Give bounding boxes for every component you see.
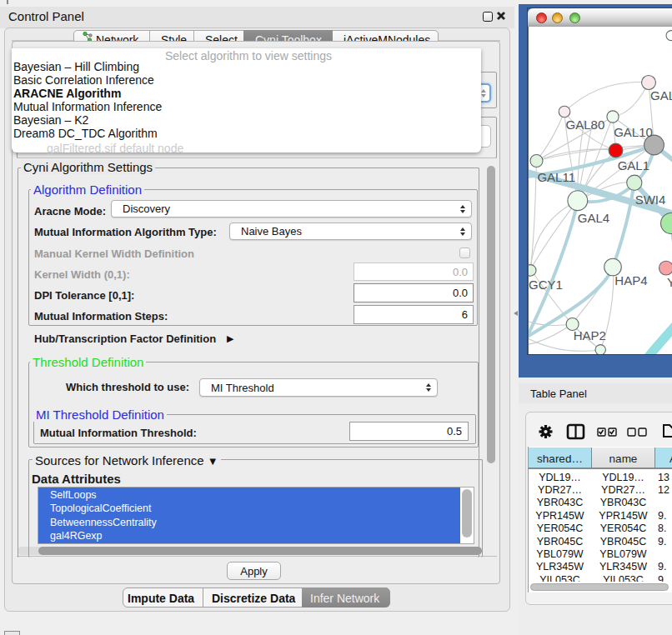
svg-text:HAP4: HAP4 bbox=[614, 273, 647, 288]
svg-text:GAL80: GAL80 bbox=[566, 118, 605, 132]
svg-text:GCY1: GCY1 bbox=[529, 278, 563, 292]
svg-text:GAL10: GAL10 bbox=[614, 125, 653, 139]
svg-text:GAL11: GAL11 bbox=[537, 170, 575, 184]
svg-text:GAL: GAL bbox=[650, 88, 672, 102]
svg-text:SWI4: SWI4 bbox=[635, 192, 666, 207]
svg-text:GAL1: GAL1 bbox=[618, 158, 649, 172]
svg-text:GAL4: GAL4 bbox=[578, 211, 609, 225]
svg-text:HAP2: HAP2 bbox=[574, 328, 606, 342]
svg-text:Y: Y bbox=[667, 275, 672, 289]
